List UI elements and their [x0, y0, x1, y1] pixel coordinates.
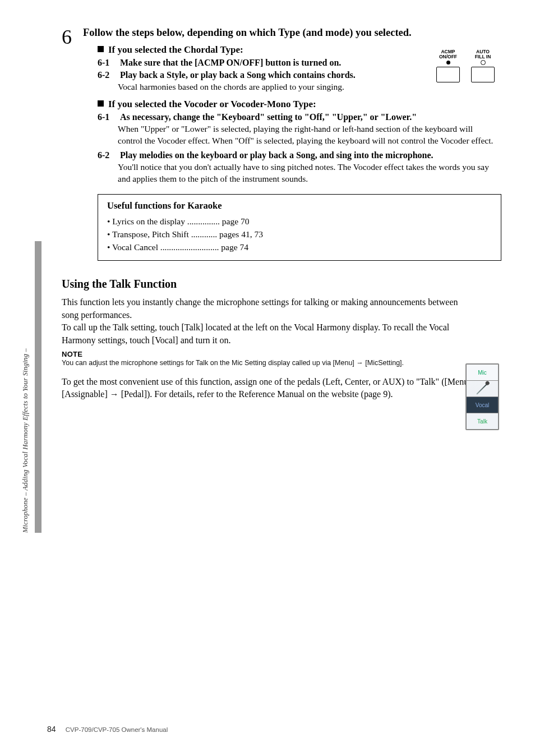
step-number: 6 — [62, 27, 81, 47]
karaoke-line: Transpose, Pitch Shift ............ page… — [107, 228, 492, 241]
step-title: Follow the steps below, depending on whi… — [83, 26, 498, 40]
mic-cell: Mic — [467, 365, 498, 381]
vocoder-heading: If you selected the Vocoder or Vocoder-M… — [98, 99, 498, 110]
note-text: You can adjust the microphone settings f… — [62, 358, 477, 368]
mic-icon — [467, 381, 498, 397]
item-title: Play back a Style, or play back a Song w… — [120, 70, 356, 80]
talk-heading: Using the Talk Function — [62, 278, 499, 291]
talk-p1: This function lets you instantly change … — [62, 296, 465, 321]
karaoke-line: Lyrics on the display ............... pa… — [107, 215, 492, 228]
led-off-icon — [481, 59, 486, 66]
note-label: NOTE — [62, 350, 499, 358]
auto-fill-button: AUTO FILL IN — [469, 49, 497, 82]
vocoder-item-2: 6-2 Play melodies on the keyboard or pla… — [98, 150, 498, 185]
button-icon — [471, 67, 495, 82]
item-title: Play melodies on the keyboard or play ba… — [120, 150, 433, 160]
talk-cell: Talk — [467, 413, 498, 429]
item-label: 6-2 — [98, 150, 118, 160]
karaoke-line: Vocal Cancel ...........................… — [107, 241, 492, 253]
item-title: As necessary, change the "Keyboard" sett… — [120, 112, 417, 122]
acmp-button-diagram: ACMP ON/OFF AUTO FILL IN — [432, 49, 499, 82]
item-label: 6-1 — [98, 112, 118, 122]
item-desc: Vocal harmonies based on the chords are … — [118, 81, 498, 93]
item-label: 6-2 — [98, 70, 118, 80]
talk-p2: To call up the Talk setting, touch [Talk… — [62, 321, 465, 347]
auto-label: AUTO FILL IN — [475, 49, 491, 59]
karaoke-box: Useful functions for Karaoke Lyrics on t… — [98, 194, 501, 261]
talk-p3: To get the most convenient use of this f… — [62, 376, 499, 401]
vocal-cell: Vocal — [467, 397, 498, 413]
karaoke-header: Useful functions for Karaoke — [107, 200, 492, 211]
page-content: 6 Follow the steps below, depending on w… — [0, 0, 535, 756]
acmp-label: ACMP ON/OFF — [439, 49, 457, 59]
page-number: 84 — [47, 725, 56, 734]
footer-model: CVP-709/CVP-705 Owner's Manual — [66, 726, 168, 733]
led-on-icon — [446, 59, 450, 66]
button-icon — [436, 67, 460, 82]
item-label: 6-1 — [98, 58, 118, 68]
footer: 84 CVP-709/CVP-705 Owner's Manual — [47, 725, 168, 734]
vocoder-item-1: 6-1 As necessary, change the "Keyboard" … — [98, 112, 498, 147]
item-desc: When "Upper" or "Lower" is selected, pla… — [118, 123, 498, 147]
mic-panel-graphic: Mic Vocal Talk — [465, 363, 499, 430]
acmp-button: ACMP ON/OFF — [434, 49, 462, 82]
item-desc: You'll notice that you don't actually ha… — [118, 162, 498, 185]
item-title: Make sure that the [ACMP ON/OFF] button … — [120, 58, 341, 67]
